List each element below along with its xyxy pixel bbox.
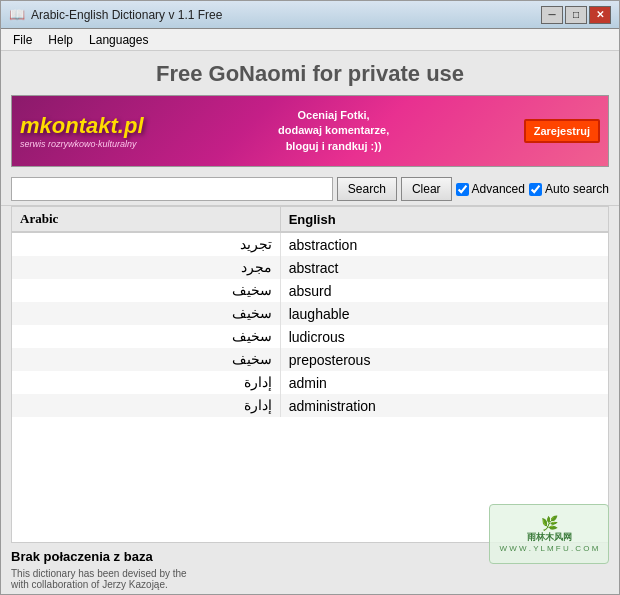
title-bar: 📖 Arabic-English Dictionary v 1.1 Free ─… xyxy=(1,1,619,29)
menu-bar: File Help Languages xyxy=(1,29,619,51)
table-row[interactable]: سخيفabsurd xyxy=(12,279,608,302)
table-row[interactable]: سخيفludicrous xyxy=(12,325,608,348)
table-row[interactable]: سخيفlaughable xyxy=(12,302,608,325)
banner-ad[interactable]: mkontakt.pl serwis rozrywkowo·kulturalny… xyxy=(11,95,609,167)
banner-logo-pl: pl xyxy=(124,113,144,138)
menu-file[interactable]: File xyxy=(5,31,40,49)
watermark-overlay: 🌿 雨林木风网 W W W . Y L M F U . C O M xyxy=(489,504,609,564)
arabic-cell: إدارة xyxy=(12,371,280,394)
arabic-cell: إدارة xyxy=(12,394,280,417)
autosearch-checkbox-group: Auto search xyxy=(529,182,609,196)
menu-help[interactable]: Help xyxy=(40,31,81,49)
main-window: 📖 Arabic-English Dictionary v 1.1 Free ─… xyxy=(0,0,620,595)
english-cell: abstract xyxy=(280,256,608,279)
advanced-checkbox[interactable] xyxy=(456,183,469,196)
banner-center-text: Oceniaj Fotki,dodawaj komentarze,bloguj … xyxy=(278,108,389,154)
window-title: Arabic-English Dictionary v 1.1 Free xyxy=(31,8,222,22)
autosearch-checkbox[interactable] xyxy=(529,183,542,196)
window-controls: ─ □ ✕ xyxy=(541,6,611,24)
table-header-row: Arabic English xyxy=(12,207,608,232)
search-input[interactable] xyxy=(11,177,333,201)
arabic-cell: تجريد xyxy=(12,232,280,256)
english-cell: admin xyxy=(280,371,608,394)
banner-logo-kontakt: kontakt xyxy=(40,113,118,138)
banner-logo-part1: m xyxy=(20,113,40,138)
advanced-label: Advanced xyxy=(472,182,525,196)
advanced-checkbox-group: Advanced xyxy=(456,182,525,196)
app-icon: 📖 xyxy=(9,7,25,22)
arabic-cell: سخيف xyxy=(12,302,280,325)
table-row[interactable]: إدارةadministration xyxy=(12,394,608,417)
arabic-cell: مجرد xyxy=(12,256,280,279)
table-row[interactable]: مجردabstract xyxy=(12,256,608,279)
dictionary-container: Arabic English تجريدabstractionمجردabstr… xyxy=(11,206,609,543)
content-area: Free GoNaomi for private use mkontakt.pl… xyxy=(1,51,619,594)
table-row[interactable]: سخيفpreposterous xyxy=(12,348,608,371)
clear-button[interactable]: Clear xyxy=(401,177,452,201)
register-button[interactable]: Zarejestruj xyxy=(524,119,600,143)
arabic-cell: سخيف xyxy=(12,279,280,302)
minimize-button[interactable]: ─ xyxy=(541,6,563,24)
english-cell: preposterous xyxy=(280,348,608,371)
footer-line2: with collaboration of Jerzy Kazojąe. xyxy=(11,579,609,590)
table-row[interactable]: إدارةadmin xyxy=(12,371,608,394)
title-bar-left: 📖 Arabic-English Dictionary v 1.1 Free xyxy=(9,7,222,22)
english-cell: ludicrous xyxy=(280,325,608,348)
content-wrapper: Arabic English تجريدabstractionمجردabstr… xyxy=(1,206,619,594)
app-subtitle: Free GoNaomi for private use xyxy=(1,51,619,95)
maximize-button[interactable]: □ xyxy=(565,6,587,24)
banner-tagline: serwis rozrywkowo·kulturalny xyxy=(20,139,144,149)
arabic-cell: سخيف xyxy=(12,325,280,348)
footer-line1: This dictionary has been devised by the xyxy=(11,568,609,579)
english-cell: administration xyxy=(280,394,608,417)
table-row[interactable]: تجريدabstraction xyxy=(12,232,608,256)
autosearch-label: Auto search xyxy=(545,182,609,196)
menu-languages[interactable]: Languages xyxy=(81,31,156,49)
close-button[interactable]: ✕ xyxy=(589,6,611,24)
watermark-url: W W W . Y L M F U . C O M xyxy=(500,544,599,553)
arabic-cell: سخيف xyxy=(12,348,280,371)
col-arabic: Arabic xyxy=(12,207,280,232)
english-cell: laughable xyxy=(280,302,608,325)
search-button[interactable]: Search xyxy=(337,177,397,201)
banner-left: mkontakt.pl serwis rozrywkowo·kulturalny xyxy=(20,113,144,149)
english-cell: abstraction xyxy=(280,232,608,256)
watermark-logo: 🌿 xyxy=(541,515,558,531)
watermark-site: 雨林木风网 xyxy=(527,531,572,544)
banner-logo: mkontakt.pl xyxy=(20,113,144,139)
col-english: English xyxy=(280,207,608,232)
search-bar: Search Clear Advanced Auto search xyxy=(1,173,619,206)
banner-right: Zarejestruj xyxy=(524,119,600,143)
table-body: تجريدabstractionمجردabstractسخيفabsurdسخ… xyxy=(12,232,608,417)
dictionary-table: Arabic English تجريدabstractionمجردabstr… xyxy=(12,207,608,417)
english-cell: absurd xyxy=(280,279,608,302)
